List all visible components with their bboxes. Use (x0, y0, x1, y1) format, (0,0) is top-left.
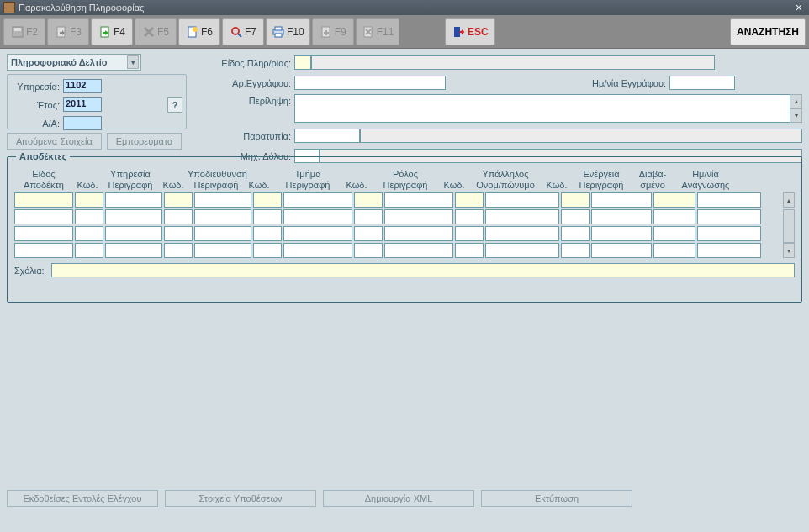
form-area: Είδος Πληρ/ρίας: Αρ.Εγγράφου: Ημ/νία Εγγ… (195, 54, 802, 167)
f10-label: F10 (287, 26, 304, 38)
doc-green-arrow-icon (98, 25, 112, 39)
irregularity-code-field[interactable] (294, 129, 360, 143)
f3-label: F3 (70, 26, 82, 38)
f4-label: F4 (114, 26, 125, 38)
recipients-legend: Αποδέκτες (16, 151, 70, 161)
f5-button[interactable]: F5 (135, 18, 177, 45)
close-icon[interactable]: × (792, 1, 806, 14)
service-label: Υπηρεσία: (11, 82, 63, 92)
svg-point-6 (232, 28, 239, 34)
f2-label: F2 (26, 26, 38, 38)
docdate-label: Ημ/νία Εγγράφου: (577, 78, 669, 88)
summary-label: Περίληψη: (195, 94, 294, 106)
cases-button[interactable]: Στοιχεία Υποθέσεων (165, 490, 316, 507)
col-dept-code: Κωδ. (245, 169, 273, 192)
scroll-up-icon[interactable]: ▴ (790, 95, 801, 109)
dropdown-selected: Πληροφοριακό Δελτίο (11, 57, 108, 67)
doc-arrow-icon (55, 25, 68, 39)
svg-rect-9 (275, 27, 282, 30)
f6-label: F6 (201, 26, 213, 38)
comments-label: Σχόλια: (14, 266, 51, 276)
window-titlebar: Παρακολούθηση Πληροφορίας × (0, 0, 809, 15)
comments-field[interactable] (51, 263, 795, 277)
type-desc-field (311, 55, 715, 70)
summary-scrollbar[interactable]: ▴ ▾ (790, 94, 802, 123)
col-emp-code: Κωδ. (440, 169, 468, 192)
service-field[interactable]: 1102 (63, 79, 102, 93)
orders-button[interactable]: Εκδοθείσες Εντολές Ελέγχου (7, 490, 158, 507)
docno-label: Αρ.Εγγράφου: (195, 78, 294, 88)
svg-line-7 (238, 34, 241, 37)
type-label: Είδος Πληρ/ρίας: (195, 58, 294, 68)
col-readdate: Ημ/νία Ανάγνωσης (674, 169, 738, 192)
col-role-code: Κωδ. (342, 169, 371, 192)
save-f2-button[interactable]: F2 (3, 18, 45, 45)
col-sub-desc: Υποδιεύθυνση Περιγραφή (188, 169, 245, 192)
f4-button[interactable]: F4 (91, 18, 133, 45)
svg-rect-13 (454, 27, 460, 37)
content-area: Πληροφοριακό Δελτίο ▾ Υπηρεσία: 1102 Έτο… (0, 49, 809, 532)
zoom-icon (230, 25, 243, 39)
doc-plus-icon (320, 25, 333, 39)
subtab-bar: Αιτούμενα Στοιχεία Εμπορεύματα (7, 133, 182, 150)
table-row[interactable] (14, 243, 783, 258)
aa-field[interactable] (63, 116, 102, 130)
col-act-code: Κωδ. (542, 169, 571, 192)
f11-button[interactable]: F11 (356, 18, 400, 45)
grid-header: Είδος Αποδέκτη Κωδ. Υπηρεσία Περιγραφή Κ… (14, 169, 795, 192)
docno-field[interactable] (294, 76, 446, 90)
xml-button[interactable]: Δημιουργία XML (323, 490, 474, 507)
svg-rect-1 (14, 28, 21, 31)
ident-panel: Υπηρεσία: 1102 Έτος: 2011 ? Α/Α: (7, 74, 187, 129)
grid-scrollbar[interactable]: ▴ ▾ (783, 192, 795, 260)
f9-button[interactable]: F9 (312, 18, 354, 45)
f3-button[interactable]: F3 (47, 18, 89, 45)
f7-button[interactable]: F7 (222, 18, 264, 45)
main-toolbar: F2 F3 F4 F5 F6 F7 F10 F9 F11 ESC ΑΝΑΖΗΤΗ… (0, 15, 809, 49)
help-button[interactable]: ? (167, 97, 182, 113)
year-field[interactable]: 2011 (63, 97, 102, 112)
svg-point-5 (193, 27, 198, 32)
aa-label: Α/Α: (11, 119, 63, 129)
report-type-dropdown[interactable]: Πληροφοριακό Δελτίο ▾ (7, 54, 141, 71)
year-label: Έτος: (11, 100, 63, 110)
f7-label: F7 (245, 26, 256, 38)
print-button[interactable]: Εκτύπωση (481, 490, 632, 507)
irregularity-label: Παρατυπία: (195, 131, 294, 141)
chevron-down-icon: ▾ (127, 55, 139, 69)
esc-button[interactable]: ESC (445, 18, 495, 45)
search-label: ΑΝΑΖΗΤΗΣΗ (737, 26, 799, 38)
col-serv-desc: Υπηρεσία Περιγραφή (102, 169, 159, 192)
scroll-down-icon[interactable]: ▾ (783, 243, 795, 258)
scroll-down-icon[interactable]: ▾ (790, 109, 801, 123)
x-icon (142, 25, 156, 39)
col-dept-desc: Τμήμα Περιγραφή (273, 169, 342, 192)
footer-buttons: Εκδοθείσες Εντολές Ελέγχου Στοιχεία Υποθ… (7, 490, 632, 507)
goods-tab[interactable]: Εμπορεύματα (107, 133, 182, 150)
f6-button[interactable]: F6 (178, 18, 220, 45)
docdate-field[interactable] (669, 76, 735, 90)
scroll-up-icon[interactable]: ▴ (783, 192, 795, 208)
f11-label: F11 (377, 26, 394, 38)
search-button[interactable]: ΑΝΑΖΗΤΗΣΗ (730, 18, 806, 45)
f9-label: F9 (335, 26, 346, 38)
requested-tab[interactable]: Αιτούμενα Στοιχεία (7, 133, 102, 150)
col-emp-name: Υπάλληλος Ονομ/πώνυμο (468, 169, 542, 192)
table-row[interactable] (14, 192, 783, 208)
irregularity-desc-field (360, 129, 802, 143)
col-role-desc: Ρόλος Περιγραφή (371, 169, 440, 192)
f10-button[interactable]: F10 (266, 18, 310, 45)
table-row[interactable] (14, 226, 783, 241)
col-serv-code: Κωδ. (73, 169, 102, 192)
type-code-field[interactable] (294, 55, 311, 70)
summary-textarea[interactable] (294, 94, 790, 123)
exit-door-icon (452, 25, 466, 39)
svg-rect-10 (275, 34, 282, 37)
recipients-group: Αποδέκτες Είδος Αποδέκτη Κωδ. Υπηρεσία Π… (7, 156, 802, 303)
window-title: Παρακολούθηση Πληροφορίας (19, 3, 144, 13)
new-doc-icon (186, 25, 199, 39)
app-icon (3, 2, 15, 13)
col-read: Διαβα- σμένο (632, 169, 674, 192)
col-sub-code: Κωδ. (159, 169, 188, 192)
table-row[interactable] (14, 209, 783, 224)
